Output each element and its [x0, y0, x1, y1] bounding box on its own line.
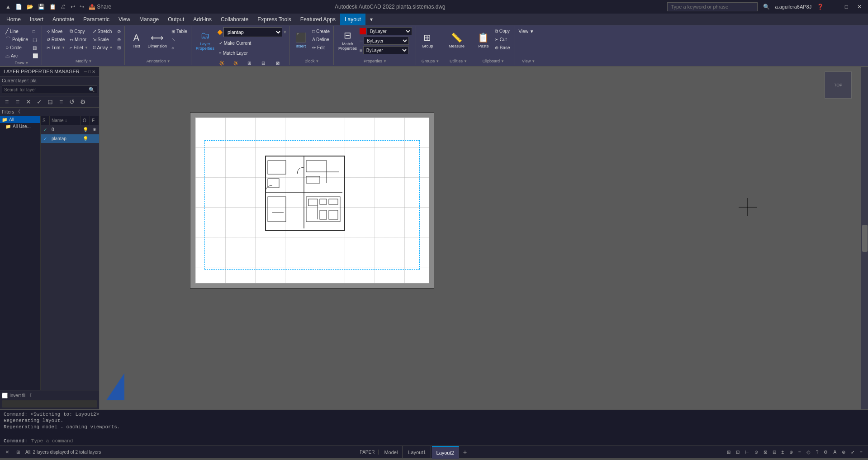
- clipboard-base-btn[interactable]: ⊕ Base: [493, 43, 512, 52]
- menu-featuredapps[interactable]: Featured Apps: [296, 14, 340, 25]
- dimension-btn[interactable]: ⟷ Dimension: [146, 27, 169, 53]
- filter-all[interactable]: 📁 All: [0, 116, 40, 123]
- copy-btn[interactable]: ⧉ Copy: [68, 27, 90, 35]
- settings-btn[interactable]: ⚙: [78, 97, 88, 106]
- menu-expresstools[interactable]: Express Tools: [253, 14, 295, 25]
- minimize-btn[interactable]: ─: [829, 3, 839, 11]
- status-fullscreen[interactable]: ⤢: [849, 448, 856, 457]
- hide-panel-btn[interactable]: ✕: [4, 448, 11, 457]
- menu-output[interactable]: Output: [163, 14, 189, 25]
- explode-btn[interactable]: ⊛: [115, 35, 123, 43]
- open-btn[interactable]: 📂: [25, 3, 35, 11]
- menu-extra[interactable]: ▾: [365, 14, 377, 25]
- gradient-btn[interactable]: ▥: [31, 43, 40, 52]
- menu-home[interactable]: Home: [2, 14, 25, 25]
- status-tp[interactable]: ◎: [805, 448, 812, 457]
- line-btn[interactable]: ╱ Line: [4, 27, 30, 35]
- stretch-btn[interactable]: ⤢ Stretch: [91, 27, 115, 35]
- view-btn[interactable]: View ▼: [517, 27, 541, 35]
- layer-dropdown[interactable]: plantap: [223, 27, 282, 37]
- hatch-btn[interactable]: ⬚: [31, 35, 40, 43]
- filter-allinuse[interactable]: 📁 All Use...: [0, 123, 40, 130]
- new-btn[interactable]: 📄: [14, 3, 24, 11]
- status-lw[interactable]: ≡: [797, 448, 803, 457]
- insert-btn[interactable]: ⬛ Insert: [292, 27, 309, 53]
- layer-icon1[interactable]: 🔆: [217, 59, 230, 67]
- status-ortho[interactable]: ⊢: [743, 448, 751, 457]
- panel-close-btn[interactable]: ✕: [92, 69, 95, 74]
- clipboard-cut-btn[interactable]: ✂ Cut: [493, 35, 512, 43]
- modify-dropdown-arrow[interactable]: ▼: [89, 59, 92, 63]
- layer-icon4[interactable]: ⊟: [260, 59, 273, 67]
- layer-states-btn[interactable]: ⊟: [45, 97, 55, 106]
- circle-btn[interactable]: ○ Circle: [4, 43, 30, 52]
- make-current-btn[interactable]: ✓ Make Current: [217, 39, 287, 47]
- table-btn[interactable]: ⊞ Table: [170, 27, 189, 35]
- right-scrollbar[interactable]: [861, 67, 868, 409]
- help-btn[interactable]: ❓: [815, 3, 825, 11]
- new-layer-btn[interactable]: ≡: [2, 97, 12, 106]
- share-btn[interactable]: 📤 Share: [87, 3, 113, 11]
- search-icon-btn[interactable]: 🔍: [761, 3, 772, 11]
- annotation-dropdown-arrow[interactable]: ▼: [167, 59, 171, 63]
- arc-btn[interactable]: ⌓ Arc: [4, 52, 30, 60]
- create-block-btn[interactable]: □ Create: [310, 27, 332, 35]
- boundary-btn[interactable]: ⬜: [31, 52, 40, 60]
- saveas-btn[interactable]: 📋: [47, 3, 58, 11]
- array-btn[interactable]: ⠿ Array ▼: [91, 43, 115, 52]
- status-sc[interactable]: ⚙: [822, 448, 830, 457]
- app-menu-btn[interactable]: ▲: [4, 3, 13, 11]
- set-current-btn[interactable]: ✓: [34, 97, 44, 106]
- menu-annotate[interactable]: Annotate: [48, 14, 79, 25]
- tab-model[interactable]: Model: [379, 446, 403, 459]
- add-layout-btn[interactable]: ＋: [460, 448, 470, 456]
- menu-view[interactable]: View: [114, 14, 135, 25]
- redo-btn[interactable]: ↪: [78, 3, 86, 11]
- delete-layer-btn[interactable]: ✕: [24, 97, 33, 106]
- restore-btn[interactable]: □: [842, 3, 851, 11]
- status-qp[interactable]: ?: [814, 448, 821, 457]
- status-osnap[interactable]: ⊠: [762, 448, 769, 457]
- rotate-btn[interactable]: ↺ Rotate: [45, 35, 67, 43]
- annot-extra1[interactable]: ⟍: [170, 35, 189, 43]
- draw-dropdown-arrow[interactable]: ▼: [25, 61, 29, 65]
- undo-btn[interactable]: ↩: [69, 3, 77, 11]
- layer-props-btn[interactable]: ≡: [56, 97, 66, 106]
- layer-row-plantap[interactable]: ✓ plantap 💡: [41, 134, 99, 143]
- invert-filter-checkbox[interactable]: [2, 393, 8, 398]
- layer-icon5[interactable]: ⊠: [274, 59, 287, 67]
- menu-collaborate[interactable]: Collaborate: [216, 14, 253, 25]
- linetype-select[interactable]: ByLayer: [364, 37, 409, 45]
- status-grid[interactable]: ⊞: [725, 448, 732, 457]
- join-btn[interactable]: ⊞: [115, 43, 123, 52]
- menu-layout[interactable]: Layout: [340, 14, 365, 25]
- paste-btn[interactable]: 📋 Paste: [475, 27, 492, 53]
- scrollbar-thumb[interactable]: [862, 225, 868, 252]
- tab-layout1[interactable]: Layout1: [403, 446, 431, 459]
- mirror-btn[interactable]: ⇔ Mirror: [68, 35, 90, 43]
- block-editor-btn[interactable]: ✏ Edit: [310, 43, 332, 52]
- customize-statusbar[interactable]: ≡: [858, 448, 864, 457]
- customize-btn[interactable]: ⊞: [14, 448, 22, 457]
- status-otrack[interactable]: ⊟: [771, 448, 778, 457]
- tab-layout2[interactable]: Layout2: [432, 446, 459, 459]
- layer-icon3[interactable]: ⊞: [246, 59, 259, 67]
- invert-collapse-btn[interactable]: 《: [27, 392, 32, 398]
- menu-insert[interactable]: Insert: [25, 14, 48, 25]
- fillet-btn[interactable]: ⌐ Fillet ▼: [68, 43, 90, 52]
- erase-btn[interactable]: ⊘: [115, 27, 123, 35]
- status-dyn[interactable]: ⊕: [787, 448, 795, 457]
- cmd-input[interactable]: [31, 438, 864, 444]
- define-attr-btn[interactable]: A Define: [310, 35, 332, 43]
- status-polar[interactable]: ⊙: [753, 448, 760, 457]
- filters-collapse-btn[interactable]: 《: [16, 109, 20, 115]
- group-btn[interactable]: ⊞ Group: [419, 27, 436, 53]
- color-select[interactable]: ByLayer: [367, 27, 412, 35]
- panel-scrollbar-h[interactable]: [2, 400, 97, 408]
- scale-btn[interactable]: ⇲ Scale: [91, 35, 115, 43]
- new-layer-vp-btn[interactable]: ≡: [13, 97, 23, 106]
- refresh-btn[interactable]: ↺: [67, 97, 77, 106]
- match-properties-btn[interactable]: ⊟ MatchProperties: [337, 27, 359, 53]
- search-layer-input[interactable]: [4, 87, 87, 92]
- close-btn[interactable]: ✕: [854, 3, 864, 11]
